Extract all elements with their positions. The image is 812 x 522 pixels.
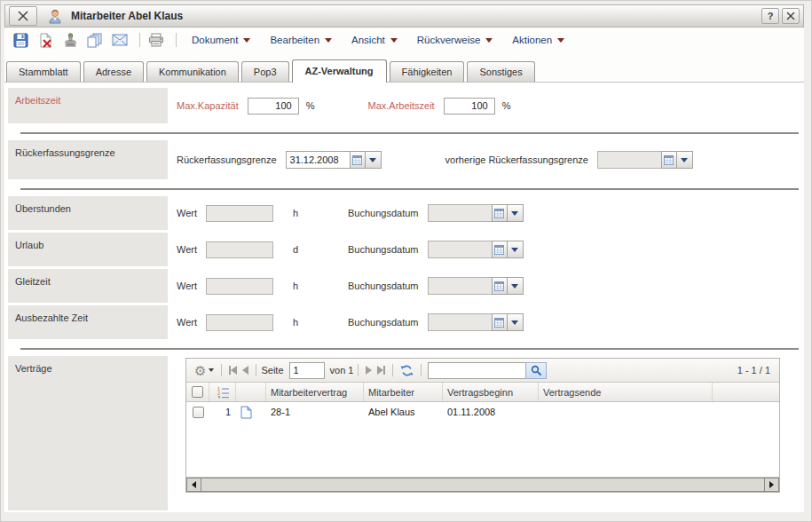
cell-vertragsbeginn[interactable]: 01.11.2008 <box>443 402 539 422</box>
menu-bearbeiten[interactable]: Bearbeiten <box>270 35 332 45</box>
scroll-left-button[interactable] <box>186 478 201 492</box>
section-divider <box>8 126 802 140</box>
column-header-mitarbeitervertrag[interactable]: Mitarbeitervertrag <box>266 383 364 401</box>
refresh-button[interactable] <box>398 362 416 379</box>
tab-faehigkeiten[interactable]: Fähigkeiten <box>390 61 465 82</box>
save-icon <box>13 33 28 48</box>
calendar-button[interactable] <box>492 204 508 222</box>
column-header-mitarbeiter[interactable]: Mitarbeiter <box>364 383 443 401</box>
buchungsdatum-label: Buchungsdatum <box>348 281 419 291</box>
vorherige-rueckerfassungsgrenze-input[interactable] <box>597 151 661 169</box>
wert-input[interactable] <box>206 314 273 331</box>
row-checkbox[interactable] <box>193 407 204 418</box>
wert-label: Wert <box>177 317 197 328</box>
buchungsdatum-input[interactable] <box>428 277 492 295</box>
next-page-button[interactable] <box>363 364 374 376</box>
row-ausbezahlte-zeit: Ausbezahlte Zeit Wert h Buchungsdatum <box>8 305 802 339</box>
max-kapazitaet-input[interactable] <box>248 98 299 115</box>
row-gleitzeit: Gleitzeit Wert h Buchungsdatum <box>8 269 802 303</box>
wert-input[interactable] <box>206 241 273 258</box>
calendar-button[interactable] <box>492 241 508 258</box>
cell-vertragsende[interactable] <box>539 402 713 422</box>
close-icon <box>786 12 795 20</box>
menu-rueckverweise[interactable]: Rückverweise <box>417 35 493 45</box>
horizontal-scrollbar[interactable] <box>186 477 779 492</box>
delete-button[interactable] <box>35 30 56 50</box>
calendar-icon <box>494 281 504 291</box>
last-page-button[interactable] <box>374 364 388 376</box>
chevron-down-icon <box>511 320 518 325</box>
section-label-vertraege: Verträge <box>8 356 168 510</box>
save-button[interactable] <box>10 30 31 50</box>
printer-icon <box>148 33 164 47</box>
wert-input[interactable] <box>206 278 273 295</box>
row-urlaub: Urlaub Wert d Buchungsdatum <box>8 233 802 266</box>
table-row[interactable]: 1 28-1 Abel Klaus 01.11.2008 <box>186 402 779 422</box>
buchungsdatum-label: Buchungsdatum <box>348 208 419 218</box>
print-button[interactable] <box>146 30 167 50</box>
calendar-button[interactable] <box>661 151 677 169</box>
person-icon <box>46 7 64 25</box>
grid-toolbar: ⚙ Seite von 1 <box>186 359 779 383</box>
tab-pop3[interactable]: Pop3 <box>241 61 289 82</box>
date-dropdown-button[interactable] <box>508 241 524 258</box>
row-number-header[interactable]: 1 2 3 <box>209 383 236 401</box>
unit-label: h <box>293 208 305 218</box>
chevron-down-icon <box>209 368 214 372</box>
previous-page-icon <box>242 366 248 375</box>
grid-header-row: 1 2 3 Mitarbeitervertrag Mitarbeiter Ver <box>186 383 779 402</box>
column-header-vertragsbeginn[interactable]: Vertragsbeginn <box>443 383 539 401</box>
menu-aktionen[interactable]: Aktionen <box>512 35 564 45</box>
previous-page-button[interactable] <box>240 364 251 376</box>
column-header-filler <box>713 383 779 401</box>
buchungsdatum-input[interactable] <box>428 313 492 331</box>
rueckerfassungsgrenze-input[interactable] <box>286 151 350 169</box>
search-button[interactable] <box>525 362 547 379</box>
menu-ansicht[interactable]: Ansicht <box>351 35 398 45</box>
cell-mitarbeiter[interactable]: Abel Klaus <box>364 402 443 422</box>
row-rueckerfassungsgrenze: Rückerfassungsgrenze Rückerfassungsgrenz… <box>8 140 802 179</box>
search-input[interactable] <box>428 362 525 379</box>
date-dropdown-button[interactable] <box>508 204 524 222</box>
buchungsdatum-input[interactable] <box>428 241 492 258</box>
copy-button[interactable] <box>84 30 106 50</box>
calendar-button[interactable] <box>492 313 508 331</box>
stamp-icon <box>63 33 78 48</box>
tab-stammblatt[interactable]: Stammblatt <box>6 61 81 82</box>
unit-label: d <box>293 244 305 255</box>
date-dropdown-button[interactable] <box>508 277 524 295</box>
grid-settings-button[interactable]: ⚙ <box>192 362 217 379</box>
date-dropdown-button[interactable] <box>508 313 524 331</box>
close-window-button[interactable] <box>9 6 37 26</box>
select-all-checkbox[interactable] <box>192 386 203 398</box>
scrollbar-thumb[interactable] <box>201 478 764 492</box>
tab-adresse[interactable]: Adresse <box>83 61 144 82</box>
date-dropdown-button[interactable] <box>366 151 382 169</box>
tab-kommunikation[interactable]: Kommunikation <box>146 61 239 82</box>
calendar-icon <box>494 245 504 255</box>
stamp-button[interactable] <box>59 30 81 50</box>
tab-sonstiges[interactable]: Sonstiges <box>467 61 534 82</box>
tab-az-verwaltung[interactable]: AZ-Verwaltung <box>292 59 387 83</box>
menu-dokument[interactable]: Dokument <box>192 35 250 45</box>
max-arbeitszeit-input[interactable] <box>444 98 495 115</box>
buchungsdatum-input[interactable] <box>428 204 492 222</box>
icon-column-header[interactable] <box>236 383 266 401</box>
calendar-button[interactable] <box>492 277 508 295</box>
kap-unit-label: % <box>306 100 315 111</box>
document-cell[interactable] <box>236 402 266 422</box>
scroll-right-button[interactable] <box>764 478 779 492</box>
column-header-vertragsende[interactable]: Vertragsende <box>539 383 713 401</box>
cell-mitarbeitervertrag[interactable]: 28-1 <box>266 402 364 422</box>
search-icon <box>531 365 542 376</box>
row-ueberstunden: Überstunden Wert h Buchungsdatum <box>8 196 802 230</box>
email-button[interactable] <box>109 30 130 50</box>
wert-input[interactable] <box>206 205 273 222</box>
date-dropdown-button[interactable] <box>677 151 693 169</box>
chevron-down-icon <box>325 38 332 43</box>
calendar-button[interactable] <box>350 151 366 169</box>
help-button[interactable]: ? <box>761 8 779 24</box>
first-page-button[interactable] <box>226 364 240 376</box>
titlebar-close-button[interactable] <box>782 8 800 24</box>
page-number-input[interactable] <box>289 362 325 379</box>
